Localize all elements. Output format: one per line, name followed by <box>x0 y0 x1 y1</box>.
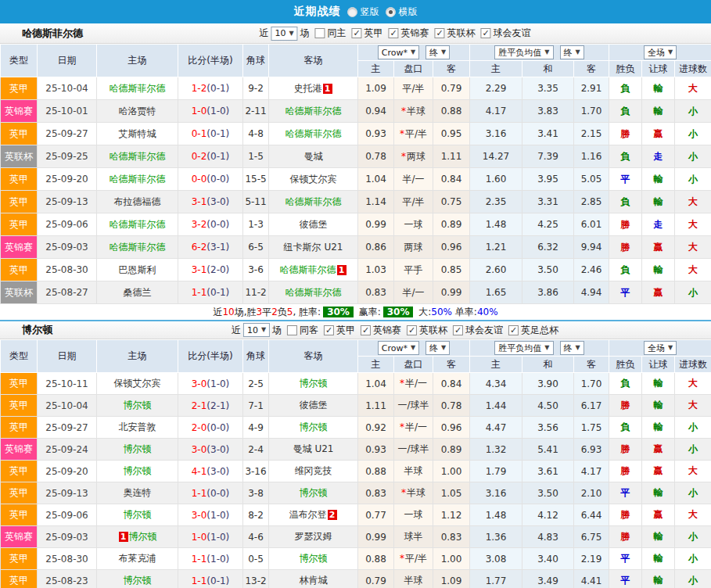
away-team-name: 博尔顿 <box>300 487 328 498</box>
handicap-value: 半/一 <box>402 174 424 185</box>
score-cell: 3-2(0-0) <box>178 213 243 236</box>
league-filter-checkbox[interactable] <box>453 325 463 335</box>
score-cell: 1-1(0-0) <box>178 482 243 504</box>
home-team-cell: 巴恩斯利 <box>97 259 178 281</box>
match-date-cell: 25-08-30 <box>38 548 97 570</box>
odds-time-select[interactable]: 终▼ <box>426 45 450 59</box>
league-filter-checkbox[interactable] <box>352 28 362 38</box>
matches-table: 类型 日期 主场 比分(半场) 角球 客场 Crow*▼ 终▼ 胜平负均值▼ 终… <box>0 339 711 588</box>
league-filter-checkbox[interactable] <box>407 325 417 335</box>
league-filter-checkbox[interactable] <box>481 28 491 38</box>
bookmaker-select[interactable]: Crow*▼ <box>378 45 419 59</box>
corner-cell: 9-2 <box>243 77 269 100</box>
col-handicap: 盘口 <box>394 357 433 373</box>
scope-select[interactable]: 全场▼ <box>644 341 677 355</box>
handicap-cell: 平手 <box>394 259 433 281</box>
away-team-cell: 博尔顿 <box>269 417 358 439</box>
home-team-name: 哈洛贾特 <box>119 106 156 117</box>
result-handicap-cell: 輸 <box>642 548 675 570</box>
avg-type-select[interactable]: 胜平负均值▼ <box>494 45 553 59</box>
page-title: 近期战绩 <box>294 5 341 19</box>
home-team-name: 桑德兰 <box>124 287 152 298</box>
away-team-name: 博尔顿 <box>300 553 328 564</box>
full-score: 4-1 <box>192 466 207 477</box>
avg-draw-cell: 3.90 <box>522 373 574 395</box>
match-count-select[interactable]: 10▼ <box>271 27 297 41</box>
full-score: 1-0 <box>192 532 207 543</box>
match-row: 英甲25-09-27北安普敦2-0(0-0)4-9博尔顿0.92*半/一0.96… <box>1 417 711 439</box>
match-row: 英甲25-09-06哈德斯菲尔德3-2(0-0)1-3彼德堡0.99一球0.89… <box>1 213 711 236</box>
match-date-cell: 25-10-04 <box>38 395 97 417</box>
league-filter-checkbox[interactable] <box>435 28 445 38</box>
home-team-name: 布拉德福德 <box>114 196 161 207</box>
odds-time-select[interactable]: 终▼ <box>426 341 450 355</box>
league-filter-checkbox[interactable] <box>508 325 519 335</box>
avg-draw-cell: 3.50 <box>522 482 574 504</box>
home-team-cell: 奥连特 <box>97 482 178 504</box>
league-filter-checkbox[interactable] <box>361 325 371 335</box>
handicap-value: 一球 <box>404 509 423 520</box>
full-score: 0-0 <box>192 174 207 185</box>
odds-time-select-value: 终 <box>429 47 438 59</box>
league-type-cell: 英锦赛 <box>1 100 38 123</box>
avg-time-select[interactable]: 终▼ <box>560 45 584 59</box>
away-team-cell: 博尔顿 <box>269 548 358 570</box>
half-score: (3-0) <box>206 196 229 207</box>
league-filter-checkbox[interactable] <box>324 325 334 335</box>
result-goals-cell: 小 <box>675 482 711 504</box>
league-type-cell: 英甲 <box>1 168 38 191</box>
odds-away-cell: 0.99 <box>433 281 470 304</box>
avg-type-select-value: 胜平负均值 <box>498 342 541 354</box>
avg-draw-cell: 3.56 <box>522 417 574 439</box>
handicap-cell: 平/半 <box>394 77 433 100</box>
same-venue-checkbox[interactable] <box>287 325 297 335</box>
avg-draw-cell: 3.40 <box>522 548 574 570</box>
scope-select[interactable]: 全场▼ <box>644 45 677 59</box>
corner-cell: 8-2 <box>243 504 269 526</box>
league-filter-checkbox[interactable] <box>389 28 399 38</box>
col-avg-home: 主 <box>470 357 522 373</box>
home-team-cell: 博尔顿 <box>97 395 178 417</box>
half-score: (0-0) <box>206 488 229 499</box>
handicap-cell: 一/球半 <box>394 439 433 461</box>
layout-horizontal-option[interactable]: 横版 <box>386 5 418 19</box>
corner-cell: 3-8 <box>243 482 269 504</box>
avg-group-header: 胜平负均值▼ 终▼ <box>470 340 609 357</box>
result-handicap-cell: 走 <box>642 145 675 168</box>
avg-draw-cell: 7.39 <box>522 145 574 168</box>
avg-type-select[interactable]: 胜平负均值▼ <box>494 341 553 355</box>
result-wdl-cell: 負 <box>609 77 642 100</box>
match-date-cell: 25-09-13 <box>38 191 97 213</box>
avg-time-select[interactable]: 终▼ <box>560 341 584 355</box>
half-score: (0-1) <box>206 83 229 94</box>
radio-selected-icon[interactable] <box>386 7 396 17</box>
same-venue-checkbox[interactable] <box>315 28 325 38</box>
result-goals-cell: 小 <box>675 417 711 439</box>
bookmaker-select[interactable]: Crow*▼ <box>378 341 419 355</box>
handicap-value: 平/半 <box>405 128 427 139</box>
result-goals-cell: 小 <box>675 168 711 191</box>
radio-unselected-icon[interactable] <box>347 7 357 17</box>
near-label: 近 <box>259 27 268 40</box>
avg-home-cell: 4.34 <box>470 373 522 395</box>
layout-vertical-option[interactable]: 竖版 <box>347 5 379 19</box>
summary-token: 5 <box>287 307 293 317</box>
home-team-cell: 博尔顿 <box>97 504 178 526</box>
odds-home-cell: 1.14 <box>358 191 394 213</box>
chevron-down-icon: ▼ <box>668 49 673 56</box>
avg-home-cell: 1.48 <box>470 213 522 236</box>
odds-away-cell: 0.84 <box>433 168 470 191</box>
avg-home-cell: 1.21 <box>470 236 522 259</box>
team-section-away: 博尔顿 近10▼场同客英甲英锦赛英联杯球会友谊英足总杯 类型 日期 主场 比分(… <box>0 320 711 588</box>
handicap-value: 一球 <box>404 219 423 230</box>
match-count-select[interactable]: 10▼ <box>243 323 270 337</box>
match-date-cell: 25-09-03 <box>38 526 97 548</box>
avg-away-cell: 2.46 <box>574 259 609 281</box>
league-type-cell: 英联杯 <box>1 281 38 304</box>
full-score: 3-2 <box>192 219 207 230</box>
games-label: 场 <box>300 27 310 40</box>
away-team-name: 哈德斯菲尔德 <box>285 287 342 298</box>
handicap-value: 半/一 <box>405 378 427 389</box>
handicap-value: 平/半 <box>402 83 424 94</box>
avg-away-cell: 6.93 <box>574 439 609 461</box>
